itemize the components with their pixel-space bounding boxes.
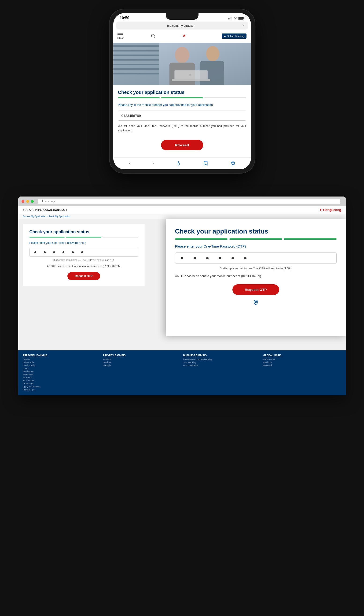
footer-link-business-banking[interactable]: Business & Corporate Banking xyxy=(183,358,261,361)
desktop-form-title: Check your application status xyxy=(29,229,138,234)
modal-otp-dot-1 xyxy=(181,257,183,259)
browser-url-bar[interactable]: hlb.com.my xyxy=(38,199,340,204)
form-subtitle: Please key in the mobile number you had … xyxy=(118,103,246,107)
search-icon[interactable] xyxy=(151,33,156,39)
tabs-icon[interactable] xyxy=(230,161,235,166)
phone-mockup: 10:50 xyxy=(110,9,255,173)
footer-link-sme-banking[interactable]: SME Banking xyxy=(183,361,261,363)
otp-dot-4 xyxy=(63,251,64,253)
footer-link-investment[interactable]: Investment xyxy=(23,373,101,376)
svg-text:⌘: ⌘ xyxy=(189,73,192,77)
otp-timer: 3 attempts remaining — The OTP will expi… xyxy=(29,259,138,261)
modal-progress-segment-2 xyxy=(229,239,282,240)
back-arrow-icon[interactable]: ‹ xyxy=(129,161,130,166)
modal-progress-segment-1 xyxy=(175,239,228,240)
wifi-icon xyxy=(233,17,237,19)
footer-link-loans[interactable]: Loans xyxy=(23,367,101,370)
footer-link-debit-cards[interactable]: Debit Cards xyxy=(23,361,101,363)
desktop-mockup: hlb.com.my YOU ARE IN PERSONAL BANKING ▾… xyxy=(18,197,346,395)
progress-segment-2 xyxy=(161,97,203,98)
browser-maximize-dot[interactable] xyxy=(31,200,34,203)
otp-modal: Check your application status Please ent… xyxy=(166,219,346,336)
hlb-logo-icon: ※ xyxy=(183,32,195,40)
chevron-down-icon: ▾ xyxy=(66,208,67,211)
footer-link-apply-products[interactable]: Apply for Products xyxy=(23,386,101,388)
footer-link-hl-connectfirst[interactable]: HL ConnectFirst xyxy=(183,364,261,367)
footer-link-credit-cards[interactable]: Credit Cards xyxy=(23,364,101,367)
otp-dot-2 xyxy=(44,251,46,253)
svg-point-19 xyxy=(175,47,189,63)
footer-link-hl-connect[interactable]: HL Connect xyxy=(23,379,101,382)
otp-dot-5 xyxy=(72,251,74,253)
footer-link-promotions[interactable]: Promotions xyxy=(23,382,101,385)
svg-rect-6 xyxy=(244,18,244,19)
modal-request-otp-button[interactable]: Request OTP xyxy=(233,284,279,295)
topbar-left: YOU ARE IN PERSONAL BANKING ▾ xyxy=(23,208,67,212)
svg-point-29 xyxy=(255,301,257,303)
online-banking-button[interactable]: ▶ Online Banking xyxy=(222,33,247,39)
footer-link-research[interactable]: Research xyxy=(263,364,341,367)
desktop-page: YOU ARE IN PERSONAL BANKING ▾ ✦ HongLeon… xyxy=(18,206,346,395)
footer-link-deposit[interactable]: Deposit xyxy=(23,358,101,361)
desktop-progress-segment-1 xyxy=(29,237,65,238)
browser-minimize-dot[interactable] xyxy=(26,200,29,203)
signal-icon xyxy=(228,17,232,19)
bookmark-icon[interactable] xyxy=(203,161,208,166)
otp-dot-3 xyxy=(53,251,55,253)
hero-image: ⌘ xyxy=(113,43,251,85)
footer-link-remittance[interactable]: Remittance xyxy=(23,370,101,373)
modal-otp-dot-4 xyxy=(219,257,221,259)
battery-icon xyxy=(238,17,244,20)
close-icon[interactable]: × xyxy=(242,23,244,28)
footer-link-forex[interactable]: Forex Rates xyxy=(263,358,341,361)
svg-rect-26 xyxy=(178,163,180,165)
url-text: hlb.com.my/etracker xyxy=(120,24,242,27)
modal-otp-dot-3 xyxy=(206,257,208,259)
modal-otp-dot-5 xyxy=(232,257,234,259)
modal-subtitle: Please enter your One-Time Password (OTP… xyxy=(175,244,337,248)
request-otp-button[interactable]: Request OTP xyxy=(67,272,100,280)
proceed-button[interactable]: Proceed xyxy=(161,140,203,150)
phone-main-content: Check your application status Please key… xyxy=(113,85,251,157)
url-bar[interactable]: hlb.com.my/etracker × xyxy=(116,22,248,29)
modal-otp-dot-2 xyxy=(194,257,196,259)
hamburger-menu[interactable]: MENU xyxy=(117,33,124,39)
desktop-progress-bar xyxy=(29,237,138,238)
share-icon[interactable] xyxy=(176,161,181,166)
modal-otp-input[interactable] xyxy=(175,253,337,264)
location-icon xyxy=(175,300,337,305)
desktop-footer: PERSONAL BANKING Deposit Debit Cards Cre… xyxy=(18,350,346,395)
footer-link-global-products[interactable]: Products xyxy=(263,361,341,363)
phone-notch xyxy=(166,13,198,20)
form-title: Check your application status xyxy=(118,90,246,95)
browser-close-dot[interactable] xyxy=(22,200,24,203)
svg-rect-2 xyxy=(231,17,231,19)
phone-navbar: MENU ※ ▶ Online Banking xyxy=(113,29,251,43)
mobile-number-input[interactable] xyxy=(118,110,246,121)
desktop-topbar: YOU ARE IN PERSONAL BANKING ▾ ✦ HongLeon… xyxy=(18,206,346,214)
footer-link-plans-tips[interactable]: Plans & Tips xyxy=(23,388,101,391)
svg-point-7 xyxy=(151,34,154,37)
svg-rect-27 xyxy=(231,162,234,165)
svg-line-8 xyxy=(154,37,155,38)
desktop-form-subtitle: Please enter your One-Time Password (OTP… xyxy=(29,241,138,244)
footer-link-products[interactable]: Products xyxy=(103,358,181,361)
footer-column-global: GLOBAL MARK... Forex Rates Products Rese… xyxy=(263,354,341,392)
modal-otp-dot-6 xyxy=(244,257,247,259)
svg-point-21 xyxy=(206,46,219,61)
otp-input-area[interactable] xyxy=(29,248,138,257)
modal-timer: 3 attempts remaining — The OTP will expi… xyxy=(175,267,337,270)
forward-arrow-icon[interactable]: › xyxy=(153,161,154,166)
footer-column-business: BUSINESS BANKING Business & Corporate Ba… xyxy=(183,354,261,392)
modal-title: Check your application status xyxy=(175,228,337,235)
otp-dot-6 xyxy=(81,251,83,253)
otp-info: An OTP has been sent to your mobile numb… xyxy=(29,264,138,268)
footer-link-insurance[interactable]: Insurance xyxy=(23,376,101,379)
footer-link-lifestyle[interactable]: Lifestyle xyxy=(103,364,181,367)
desktop-progress-segment-3 xyxy=(103,237,138,238)
svg-rect-3 xyxy=(232,17,232,19)
status-time: 10:50 xyxy=(120,16,130,20)
footer-link-services[interactable]: Services xyxy=(103,361,181,363)
svg-rect-0 xyxy=(228,18,229,19)
footer-column-personal: PERSONAL BANKING Deposit Debit Cards Cre… xyxy=(23,354,101,392)
